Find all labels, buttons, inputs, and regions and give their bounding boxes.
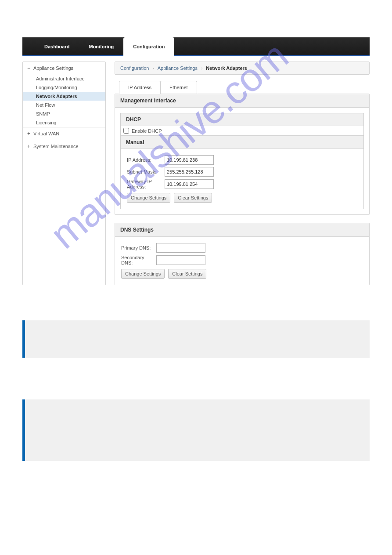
sidebar-item-net-flow[interactable]: Net Flow	[23, 101, 105, 109]
tab-ethernet[interactable]: Ethernet	[160, 81, 197, 94]
sidebar-item-network-adapters[interactable]: Network Adapters	[23, 92, 105, 101]
sidebar-header-system-maintenance[interactable]: + System Maintenance	[23, 140, 105, 152]
gateway-ip-label: Gateway IP Address:	[127, 179, 165, 189]
subnet-mask-label: Subnet Mask:	[127, 169, 165, 174]
primary-dns-input[interactable]	[156, 243, 205, 253]
sidebar-item-administrator-interface[interactable]: Administrator Interface	[23, 74, 105, 83]
management-interface-title: Management Interface	[115, 94, 369, 108]
secondary-dns-input[interactable]	[156, 255, 205, 265]
sidebar-header-virtual-wan[interactable]: + Virtual WAN	[23, 127, 105, 140]
breadcrumb: Configuration › Appliance Settings › Net…	[115, 62, 370, 75]
dns-clear-settings-button[interactable]: Clear Settings	[168, 269, 206, 279]
dhcp-title: DHCP	[121, 113, 363, 126]
gateway-ip-input[interactable]	[165, 179, 214, 189]
dhcp-panel: DHCP Enable DHCP	[120, 113, 364, 136]
sidebar-section-label: Appliance Settings	[33, 65, 73, 71]
nav-dashboard[interactable]: Dashboard	[35, 38, 79, 55]
ip-address-input[interactable]	[165, 155, 214, 165]
secondary-dns-label: Secondary DNS:	[121, 255, 156, 265]
chevron-right-icon: ›	[152, 66, 154, 71]
ip-address-label: IP Address:	[127, 157, 165, 163]
expand-icon: +	[27, 143, 31, 149]
chevron-right-icon: ›	[201, 66, 202, 71]
dns-change-settings-button[interactable]: Change Settings	[121, 269, 165, 279]
nav-configuration[interactable]: Configuration	[123, 37, 174, 56]
enable-dhcp-label: Enable DHCP	[132, 128, 162, 134]
sidebar-section-label: Virtual WAN	[33, 131, 59, 136]
sidebar-section-appliance-settings: − Appliance Settings Administrator Inter…	[23, 62, 105, 127]
nav-monitoring[interactable]: Monitoring	[79, 38, 123, 55]
primary-dns-label: Primary DNS:	[121, 245, 156, 250]
management-interface-panel: Management Interface DHCP Enable DHCP	[115, 94, 370, 215]
breadcrumb-configuration[interactable]: Configuration	[120, 65, 149, 71]
sidebar-section-label: System Maintenance	[33, 144, 79, 149]
expand-icon: +	[27, 131, 31, 137]
sidebar-item-licensing[interactable]: Licensing	[23, 118, 105, 127]
manual-change-settings-button[interactable]: Change Settings	[127, 193, 170, 203]
top-navigation: Dashboard Monitoring Configuration	[22, 37, 370, 56]
note-block-2	[22, 399, 370, 461]
sidebar-section-system-maintenance: + System Maintenance	[23, 140, 105, 152]
tab-ip-address[interactable]: IP Address	[119, 81, 161, 94]
sidebar-section-virtual-wan: + Virtual WAN	[23, 127, 105, 140]
dns-settings-panel: DNS Settings Primary DNS: Secondary DNS:…	[115, 223, 370, 285]
sidebar-item-logging-monitoring[interactable]: Logging/Monitoring	[23, 83, 105, 92]
manual-clear-settings-button[interactable]: Clear Settings	[174, 193, 212, 203]
enable-dhcp-checkbox[interactable]	[123, 128, 129, 134]
tabstrip: IP Address Ethernet	[119, 81, 370, 94]
sidebar-item-snmp[interactable]: SNMP	[23, 109, 105, 118]
collapse-icon: −	[27, 65, 31, 71]
manual-title: Manual	[121, 136, 363, 149]
breadcrumb-appliance-settings[interactable]: Appliance Settings	[158, 65, 198, 71]
subnet-mask-input[interactable]	[165, 167, 214, 177]
manual-panel: Manual IP Address: Subnet Mask:	[120, 136, 364, 209]
sidebar: − Appliance Settings Administrator Inter…	[22, 62, 106, 285]
dns-settings-title: DNS Settings	[115, 223, 369, 237]
breadcrumb-current: Network Adapters	[206, 65, 247, 71]
sidebar-header-appliance-settings[interactable]: − Appliance Settings	[23, 62, 105, 74]
note-block-1	[22, 320, 370, 358]
